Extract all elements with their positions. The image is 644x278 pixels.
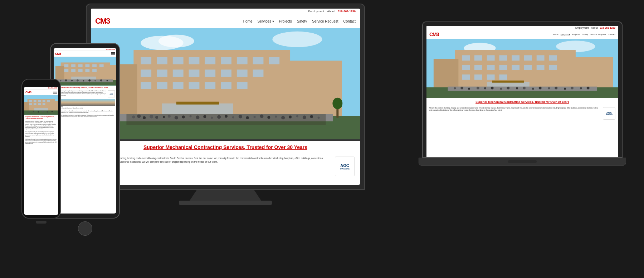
svg-rect-150 — [38, 100, 41, 102]
svg-rect-16 — [157, 70, 167, 77]
svg-rect-129 — [78, 69, 83, 72]
logo-phone[interactable]: CM3 — [25, 91, 31, 94]
svg-rect-120 — [108, 65, 116, 82]
svg-rect-158 — [24, 110, 58, 115]
content-area-lg: We are the premier plumbing, heating and… — [91, 154, 360, 179]
phone-home-button[interactable] — [36, 221, 47, 224]
svg-point-114 — [571, 87, 574, 90]
svg-rect-146 — [24, 102, 29, 111]
svg-point-103 — [484, 87, 486, 90]
svg-rect-7 — [157, 57, 167, 64]
nav-projects-laptop[interactable]: Projects — [572, 33, 580, 36]
svg-rect-21 — [237, 70, 248, 77]
svg-rect-20 — [221, 70, 231, 77]
employment-link-laptop[interactable]: Employment — [575, 27, 589, 29]
svg-rect-78 — [499, 55, 507, 61]
svg-point-108 — [523, 87, 526, 90]
svg-point-39 — [143, 116, 146, 119]
nav-services-lg[interactable]: Services ▾ — [258, 19, 274, 23]
about-link-laptop[interactable]: About — [591, 27, 597, 29]
svg-point-2 — [158, 35, 194, 48]
hero-text-laptop: Superior Mechanical Contracting Services… — [426, 98, 618, 106]
nav-service-request-lg[interactable]: Service Request — [312, 19, 338, 23]
employment-link-lg[interactable]: Employment — [308, 10, 324, 13]
svg-rect-15 — [141, 70, 151, 77]
svg-rect-81 — [537, 55, 545, 61]
svg-rect-11 — [221, 57, 231, 64]
svg-rect-90 — [549, 65, 557, 70]
svg-rect-149 — [34, 100, 36, 102]
svg-point-58 — [275, 116, 277, 118]
svg-rect-9 — [189, 57, 200, 64]
logo-lg[interactable]: CM3 — [95, 16, 109, 26]
nav-safety-lg[interactable]: Safety — [297, 19, 307, 23]
svg-point-37 — [132, 116, 135, 119]
hamburger-icon-phone[interactable] — [53, 91, 57, 94]
hero-text-phone: Superior Mechanical Contracting Services… — [24, 115, 58, 120]
svg-rect-76 — [474, 55, 482, 61]
hero-image-phone — [24, 95, 58, 115]
nav-contact-lg[interactable]: Contact — [343, 19, 356, 23]
site-topbar-lg: Employment About 316-262-1230 — [91, 9, 360, 14]
body-text-2-tablet: Our objective is to be the mechanical co… — [54, 110, 116, 114]
nav-services-laptop[interactable]: Services▾ — [561, 33, 570, 36]
svg-point-102 — [477, 87, 479, 90]
svg-rect-79 — [512, 55, 519, 61]
nav-projects-lg[interactable]: Projects — [279, 19, 292, 23]
svg-rect-18 — [189, 70, 200, 77]
nav-home-lg[interactable]: Home — [243, 19, 253, 23]
svg-point-99 — [454, 87, 456, 90]
nav-safety-laptop[interactable]: Safety — [582, 33, 588, 36]
svg-rect-14 — [269, 57, 279, 64]
site-topbar-laptop: Employment About 316-262-1230 — [426, 26, 618, 30]
hero-image-tablet — [54, 57, 116, 86]
svg-point-53 — [239, 115, 242, 119]
svg-point-55 — [254, 116, 256, 118]
body-text-3-tablet: CM3 has a 30+ year history that paints a… — [54, 114, 116, 118]
svg-rect-89 — [537, 65, 545, 70]
nav-home-laptop[interactable]: Home — [553, 33, 558, 36]
navbar-phone: CM3 — [24, 90, 58, 95]
body-text-laptop: We are the premier plumbing, heating and… — [429, 107, 601, 120]
phone-frame: 316-262-1230 CM3 — [21, 79, 61, 219]
agc-badge-laptop: AGC of KANSAS — [603, 107, 615, 120]
headline-phone: Superior Mechanical Contracting Services… — [25, 116, 57, 119]
headline-tablet: Superior Mechanical Contracting Services… — [55, 87, 115, 88]
nav-service-request-laptop[interactable]: Service Request — [590, 33, 606, 36]
content-area-laptop: We are the premier plumbing, heating and… — [426, 106, 618, 121]
svg-point-136 — [65, 80, 67, 82]
svg-point-42 — [163, 116, 165, 118]
svg-rect-96 — [492, 81, 524, 83]
phone-number-laptop[interactable]: 316-262-1230 — [600, 27, 615, 29]
about-link-lg[interactable]: About — [327, 10, 335, 13]
svg-point-112 — [555, 87, 557, 90]
svg-rect-8 — [173, 57, 184, 64]
logo-tablet[interactable]: CM3 — [55, 52, 61, 56]
tablet-home-button[interactable] — [78, 221, 92, 236]
hero-text-lg: Superior Mechanical Contracting Services… — [91, 139, 360, 154]
hero-svg-laptop — [426, 39, 618, 98]
svg-point-3 — [272, 32, 322, 47]
svg-rect-126 — [99, 64, 104, 67]
svg-point-52 — [232, 116, 234, 119]
svg-point-50 — [217, 115, 221, 119]
svg-rect-131 — [92, 69, 97, 72]
svg-point-100 — [460, 87, 463, 90]
laptop-screen: Employment About 316-262-1230 CM3 Home S… — [426, 26, 618, 157]
svg-rect-27 — [205, 82, 215, 89]
body-text-2-phone: Our objective is to be the mechanical co… — [24, 130, 58, 138]
svg-rect-23 — [141, 82, 151, 89]
svg-point-111 — [548, 87, 550, 90]
phone-number-lg[interactable]: 316-262-1230 — [338, 10, 356, 13]
svg-rect-147 — [54, 101, 58, 111]
svg-point-137 — [71, 80, 73, 82]
svg-rect-85 — [487, 65, 495, 70]
svg-rect-28 — [221, 82, 231, 89]
nav-contact-laptop[interactable]: Contact — [608, 33, 615, 36]
hamburger-icon-tablet[interactable] — [111, 52, 115, 55]
laptop-screen-wrapper: Employment About 316-262-1230 CM3 Home S… — [422, 21, 623, 158]
logo-laptop[interactable]: CM3 — [429, 32, 439, 37]
svg-point-116 — [587, 87, 590, 90]
monitor-stand — [190, 190, 261, 201]
svg-point-44 — [175, 116, 178, 120]
